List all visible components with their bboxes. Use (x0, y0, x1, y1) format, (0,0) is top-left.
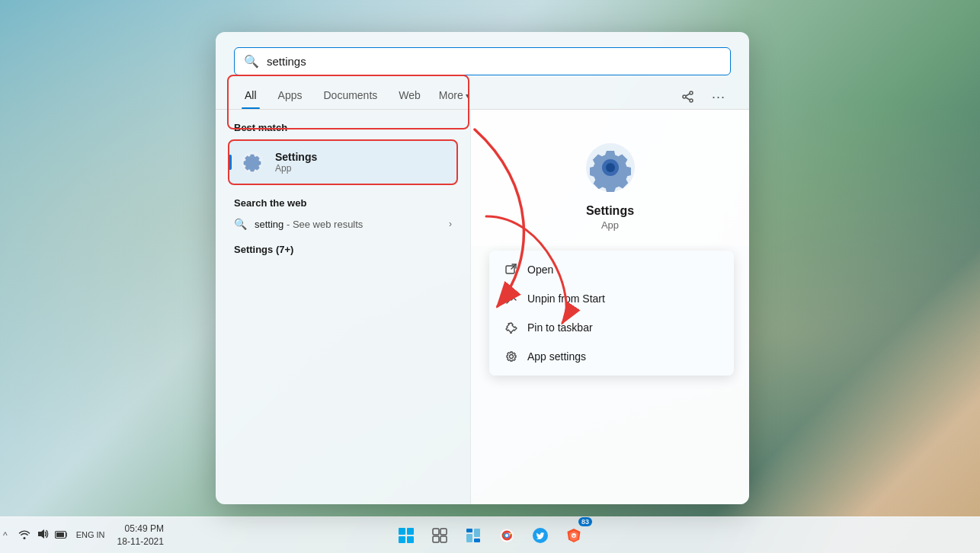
more-options-button[interactable]: ··· (706, 85, 731, 109)
svg-rect-13 (399, 528, 405, 535)
open-icon (504, 263, 518, 276)
detail-sub: App (601, 219, 619, 231)
gear-icon-small (240, 150, 264, 174)
search-web-label: Search the web (234, 197, 452, 209)
svg-rect-15 (399, 536, 405, 543)
svg-point-11 (510, 355, 514, 359)
brave-icon (565, 527, 582, 544)
unpin-icon (504, 292, 518, 305)
settings-plus-section: Settings (7+) (216, 241, 470, 261)
volume-icon[interactable] (35, 526, 50, 544)
web-chevron-icon: › (449, 219, 452, 229)
desktop: 🔍 All Apps Documents Web More ▾ (0, 0, 980, 553)
tab-documents[interactable]: Documents (312, 85, 388, 109)
svg-rect-14 (407, 528, 414, 535)
gear-icon-large (583, 140, 638, 195)
settings-app-icon (239, 149, 266, 176)
twitter-icon (532, 527, 549, 544)
search-bar: 🔍 (234, 47, 731, 75)
svg-rect-18 (440, 529, 447, 535)
share-icon (682, 91, 694, 103)
settings-icon (504, 350, 518, 363)
svg-rect-17 (433, 529, 439, 535)
system-tray-chevron[interactable]: ^ (0, 527, 11, 544)
best-match-item[interactable]: Settings App (228, 139, 458, 185)
detail-title: Settings (586, 204, 634, 218)
context-menu-app-settings[interactable]: App settings (489, 342, 734, 371)
tabs-actions: ··· (676, 85, 731, 109)
web-search-query: setting - See web results (255, 219, 363, 230)
svg-rect-20 (440, 536, 447, 542)
widgets-icon (465, 527, 482, 544)
web-search-item[interactable]: 🔍 setting - See web results › (234, 213, 452, 235)
language-indicator[interactable]: ENG IN (76, 529, 105, 540)
brave-button[interactable]: 83 (559, 520, 589, 551)
search-input-wrapper[interactable]: 🔍 (234, 47, 731, 75)
system-clock[interactable]: 05:49 PM 18-11-2021 (111, 523, 170, 548)
svg-point-1 (690, 99, 693, 102)
svg-rect-24 (474, 539, 480, 542)
svg-rect-19 (433, 536, 439, 542)
context-menu: Open Unpin from Start (489, 251, 734, 376)
svg-point-2 (683, 95, 686, 98)
detail-pane: Settings App Open (471, 110, 749, 504)
tab-web[interactable]: Web (388, 85, 431, 109)
svg-point-27 (505, 534, 508, 537)
chevron-down-icon: ▾ (466, 91, 469, 100)
system-tray (17, 526, 70, 544)
taskbar: 83 ^ (0, 516, 980, 553)
start-button[interactable] (391, 520, 421, 551)
tab-all[interactable]: All (234, 85, 267, 109)
task-view-icon (432, 528, 447, 543)
search-tabs: All Apps Documents Web More ▾ (216, 75, 749, 109)
search-icon: 🔍 (244, 54, 259, 69)
twitter-button[interactable] (525, 520, 556, 551)
best-match-text: Settings App (275, 151, 317, 174)
svg-rect-22 (466, 534, 472, 542)
svg-rect-23 (474, 529, 480, 537)
chrome-button[interactable] (492, 520, 522, 551)
task-view-button[interactable] (424, 520, 455, 551)
start-menu-panel: 🔍 All Apps Documents Web More ▾ (216, 32, 749, 504)
brave-notification-count: 83 (578, 517, 592, 526)
context-menu-unpin[interactable]: Unpin from Start (489, 284, 734, 313)
search-input[interactable] (267, 55, 721, 68)
main-content: Best match Settings App (216, 110, 749, 504)
widgets-button[interactable] (458, 520, 488, 551)
best-match-label: Best match (216, 119, 470, 139)
svg-point-0 (690, 91, 693, 94)
tab-apps[interactable]: Apps (267, 85, 313, 109)
pin-icon (504, 321, 518, 334)
svg-line-4 (686, 97, 690, 100)
tab-more[interactable]: More ▾ (431, 85, 477, 109)
ellipsis-icon: ··· (712, 89, 725, 105)
svg-rect-16 (407, 536, 414, 543)
taskbar-right: ^ (0, 523, 170, 548)
context-menu-open[interactable]: Open (489, 255, 734, 284)
svg-rect-21 (466, 529, 472, 532)
battery-icon[interactable] (53, 528, 70, 543)
settings-plus-label: Settings (7+) (234, 244, 452, 255)
wifi-icon[interactable] (17, 526, 32, 544)
svg-point-9 (606, 163, 615, 172)
svg-marker-30 (38, 529, 44, 539)
taskbar-center: 83 (391, 520, 589, 551)
web-search-icon: 🔍 (234, 218, 247, 230)
windows-logo-icon (398, 527, 415, 544)
results-pane: Best match Settings App (216, 110, 471, 504)
detail-top: Settings App (471, 110, 749, 246)
share-button[interactable] (676, 85, 700, 109)
svg-rect-32 (56, 532, 64, 537)
chrome-icon (498, 527, 515, 544)
svg-line-3 (686, 94, 690, 96)
context-menu-pin-taskbar[interactable]: Pin to taskbar (489, 313, 734, 342)
search-web-section: Search the web 🔍 setting - See web resul… (216, 188, 470, 241)
